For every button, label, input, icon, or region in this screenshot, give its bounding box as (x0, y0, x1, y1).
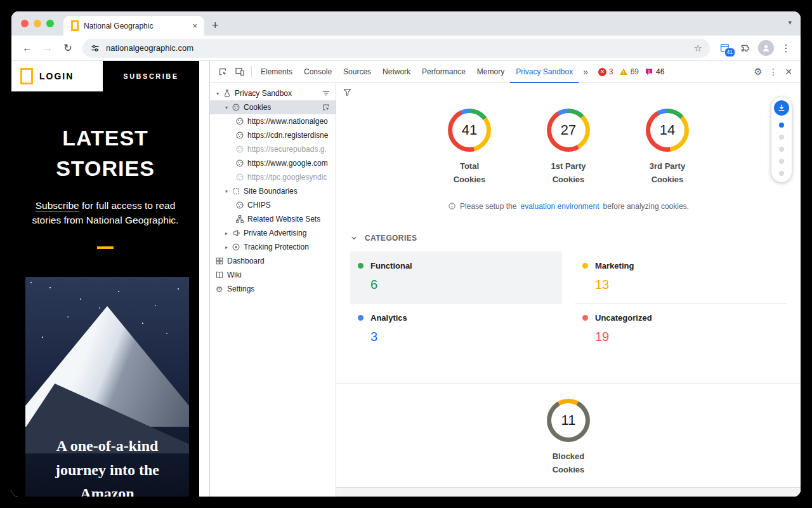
person-icon (761, 43, 771, 53)
rail-step-dot[interactable] (779, 159, 784, 164)
inspect-icon (218, 67, 228, 77)
cookie-icon (235, 131, 244, 140)
tree-item-related-website-sets[interactable]: Related Website Sets (210, 212, 336, 226)
tab-console[interactable]: Console (298, 61, 337, 83)
zoom-window-button[interactable] (46, 20, 54, 27)
expand-arrow-icon[interactable]: ▾ (214, 91, 221, 97)
page-headline: LATEST STORIES (11, 123, 199, 184)
tree-item-cookie-origin[interactable]: https://securepubads.g. (210, 142, 336, 156)
expand-arrow-icon[interactable]: ▾ (223, 105, 230, 110)
category-functional[interactable]: Functional 6 (350, 251, 562, 304)
tree-item-settings[interactable]: ⚙ Settings (210, 282, 336, 296)
error-icon: ✕ (598, 68, 606, 76)
story-hero-image[interactable]: A one-of-a-kind journey into the Amazon (25, 277, 189, 497)
natgeo-logo[interactable] (20, 68, 33, 84)
collapse-arrow-icon[interactable]: ▸ (223, 244, 230, 250)
filter-list-icon[interactable] (320, 89, 332, 98)
address-bar[interactable]: nationalgeographic.com ☆ (82, 39, 710, 58)
browser-tab[interactable]: National Geographic × (63, 16, 204, 36)
device-icon (235, 67, 245, 77)
tab-performance[interactable]: Performance (416, 61, 471, 83)
inspect-element-button[interactable] (214, 64, 231, 81)
tree-item-chips[interactable]: CHIPS (210, 198, 336, 212)
uncategorized-dot-icon (582, 315, 588, 321)
category-grid: Functional 6 Marketing 13 Analytics 3 (350, 251, 787, 355)
bookmark-star-icon[interactable]: ☆ (694, 43, 702, 54)
category-analytics[interactable]: Analytics 3 (350, 304, 562, 355)
tree-item-private-advertising[interactable]: ▸ Private Advertising (210, 226, 336, 240)
cookie-icon (235, 145, 244, 154)
privacy-sandbox-tree: ▾ Privacy Sandbox ▾ Cookies https://www.… (210, 83, 336, 497)
login-button[interactable]: LOGIN (39, 71, 74, 81)
subscribe-link[interactable]: Subscribe (36, 200, 79, 211)
tree-item-dashboard[interactable]: Dashboard (210, 254, 336, 268)
extension-badge: 41 (724, 48, 735, 57)
more-tabs-button[interactable]: » (579, 67, 593, 77)
tree-item-cookie-origin[interactable]: https://cdn.registerdisne (210, 128, 336, 142)
category-marketing[interactable]: Marketing 13 (575, 251, 787, 304)
devtools-close-button[interactable]: ✕ (780, 67, 797, 77)
tab-elements[interactable]: Elements (255, 61, 298, 83)
tab-memory[interactable]: Memory (471, 61, 510, 83)
tab-search-chevron-icon[interactable]: ▾ (788, 18, 792, 27)
tab-network[interactable]: Network (377, 61, 416, 83)
extensions-puzzle-button[interactable] (735, 39, 754, 58)
tab-close-icon[interactable]: × (190, 21, 199, 30)
devtools-settings-button[interactable]: ⚙ (750, 66, 766, 77)
tree-item-site-boundaries[interactable]: ▾ Site Boundaries (210, 184, 336, 198)
new-tab-button[interactable]: + (204, 16, 226, 36)
analytics-dot-icon (358, 315, 363, 321)
tab-privacy-sandbox[interactable]: Privacy Sandbox (510, 61, 579, 83)
filter-funnel-icon[interactable] (343, 88, 352, 97)
forward-button[interactable]: → (38, 39, 57, 58)
tree-item-cookie-origin[interactable]: https://tpc.googlesyndic (210, 170, 336, 184)
category-uncategorized[interactable]: Uncategorized 19 (575, 304, 787, 355)
warnings-badge[interactable]: 69 (619, 67, 639, 76)
rail-step-dot[interactable] (779, 171, 784, 176)
blocked-cookies-section: 11 BlockedCookies (336, 383, 801, 477)
horizontal-scrollbar[interactable] (336, 487, 801, 497)
issues-badge[interactable]: 46 (645, 67, 664, 76)
categories-section-header[interactable]: CATEGORIES (350, 234, 801, 243)
yellow-divider (97, 246, 114, 249)
boundary-icon (231, 187, 240, 196)
browser-menu-button[interactable]: ⋮ (778, 43, 794, 54)
first-party-donut: 27 (547, 109, 590, 152)
subscribe-button[interactable]: SUBSCRIBE (103, 61, 199, 91)
first-party-cookies-chart: 27 1st PartyCookies (537, 109, 600, 187)
back-button[interactable]: ← (18, 39, 37, 58)
devtools-menu-button[interactable]: ⋮ (766, 67, 780, 77)
devtools-panel: Elements Console Sources Network Perform… (209, 61, 801, 497)
cookie-icon (235, 173, 244, 182)
collapse-arrow-icon[interactable]: ▸ (223, 231, 230, 236)
rail-step-dot[interactable] (779, 123, 784, 128)
warning-icon (619, 67, 628, 76)
download-report-button[interactable] (774, 100, 789, 116)
blocked-cookies-donut: 11 (547, 399, 590, 442)
inspect-cursor-icon[interactable] (320, 103, 332, 112)
close-window-button[interactable] (21, 20, 29, 27)
tree-item-wiki[interactable]: Wiki (210, 268, 336, 282)
story-title[interactable]: A one-of-a-kind journey into the Amazon (25, 434, 189, 497)
tree-item-cookie-origin[interactable]: https://www.nationalgeo (210, 114, 336, 128)
minimize-window-button[interactable] (34, 20, 41, 27)
cookie-extension-button[interactable]: 41 (715, 39, 734, 58)
page-scrollbar[interactable] (199, 61, 209, 497)
rail-step-dot[interactable] (779, 147, 784, 152)
errors-badge[interactable]: ✕ 3 (598, 67, 613, 76)
tree-item-cookie-origin[interactable]: https://www.google.com (210, 156, 336, 170)
stars-decoration (30, 282, 32, 283)
rail-step-dot[interactable] (779, 135, 784, 140)
profile-avatar[interactable] (758, 40, 774, 56)
site-settings-tune-icon[interactable] (90, 43, 100, 53)
cookie-icon (231, 103, 240, 112)
device-toolbar-button[interactable] (231, 64, 248, 81)
tree-item-cookies[interactable]: ▾ Cookies (210, 100, 336, 114)
evaluation-environment-link[interactable]: evaluation environment (520, 202, 599, 211)
expand-arrow-icon[interactable]: ▾ (223, 189, 230, 194)
tree-item-tracking-protection[interactable]: ▸ Tracking Protection (210, 240, 336, 254)
tab-sources[interactable]: Sources (337, 61, 377, 83)
chevron-down-icon (350, 234, 358, 242)
reload-button[interactable]: ↻ (58, 39, 77, 58)
tree-item-privacy-sandbox[interactable]: ▾ Privacy Sandbox (210, 86, 336, 100)
